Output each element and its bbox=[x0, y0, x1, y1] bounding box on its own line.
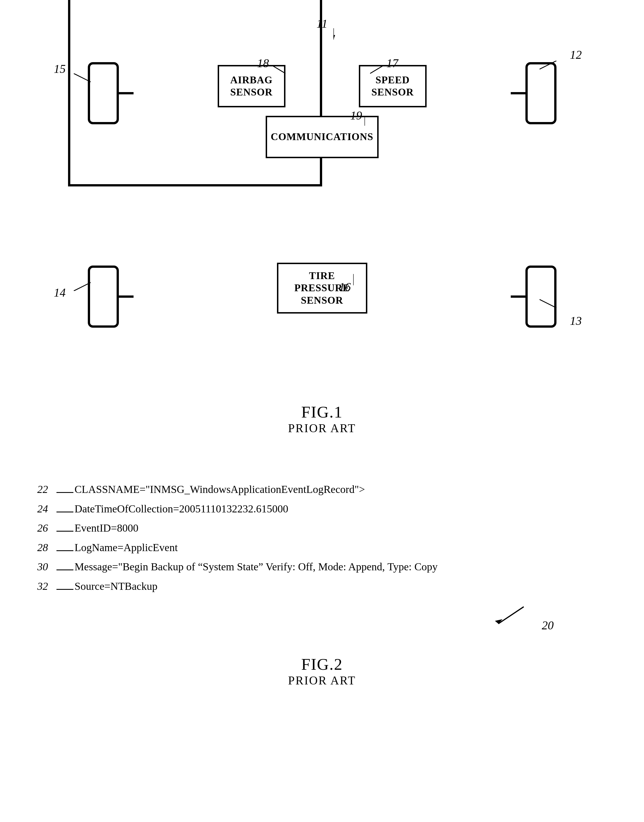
code-line-30: 30 Message="Begin Backup of “System Stat… bbox=[57, 558, 610, 576]
ref-12: 12 bbox=[570, 48, 582, 61]
ref14-arrow bbox=[74, 280, 96, 291]
code-line-28: 28 LogName=ApplicEvent bbox=[57, 538, 610, 557]
ref15-arrow bbox=[74, 74, 96, 85]
code-text-28: LogName=ApplicEvent bbox=[75, 538, 178, 557]
ref-32: 32 bbox=[20, 577, 48, 595]
ref-24: 24 bbox=[20, 500, 48, 518]
fig2-subtitle: PRIOR ART bbox=[34, 674, 610, 687]
ref19-arrow bbox=[365, 116, 382, 127]
code-line-26: 26 EventID=8000 bbox=[57, 519, 610, 537]
ref13-arrow bbox=[540, 297, 562, 308]
fig2-section: 22 CLASSNAME="INMSG_WindowsApplicationEv… bbox=[0, 452, 644, 791]
ref-30: 30 bbox=[20, 558, 48, 576]
code-block: 22 CLASSNAME="INMSG_WindowsApplicationEv… bbox=[34, 480, 610, 595]
connector-30 bbox=[57, 570, 74, 570]
connector-24 bbox=[57, 512, 74, 512]
svg-line-8 bbox=[74, 74, 90, 82]
wheel-bottom-left bbox=[88, 266, 119, 328]
ref-22: 22 bbox=[20, 480, 48, 499]
ref11-arrow bbox=[333, 28, 350, 42]
fig2-caption: FIG.2 PRIOR ART bbox=[34, 655, 610, 687]
tire-pressure-sensor-box: TIRE PRESSURE SENSOR bbox=[277, 263, 367, 313]
ref-11: 11 bbox=[316, 17, 328, 31]
fig1-subtitle: PRIOR ART bbox=[288, 421, 356, 435]
svg-line-5 bbox=[370, 65, 384, 74]
code-text-24: DateTimeOfCollection=20051110132232.6150… bbox=[75, 500, 288, 518]
ref-19: 19 bbox=[350, 109, 362, 122]
code-text-26: EventID=8000 bbox=[75, 519, 138, 537]
code-text-32: Source=NTBackup bbox=[75, 577, 158, 595]
svg-line-12 bbox=[498, 607, 524, 624]
connector-26 bbox=[57, 531, 74, 532]
fig1-caption: FIG.1 PRIOR ART bbox=[288, 403, 356, 435]
fig1-title: FIG.1 bbox=[288, 403, 356, 421]
svg-line-10 bbox=[74, 283, 90, 291]
airbag-sensor-label: AIRBAGSENSOR bbox=[230, 74, 273, 98]
ref-28: 28 bbox=[20, 538, 48, 557]
ref20-arrow bbox=[487, 601, 538, 629]
fig2-title: FIG.2 bbox=[34, 655, 610, 674]
ref-20: 20 bbox=[542, 619, 554, 632]
wheel-top-left bbox=[88, 62, 119, 124]
communications-label: COMMUNICATIONS bbox=[271, 131, 373, 143]
svg-line-4 bbox=[271, 65, 285, 74]
code-line-24: 24 DateTimeOfCollection=20051110132232.6… bbox=[57, 500, 610, 518]
connector-28 bbox=[57, 550, 74, 551]
ref18-arrow bbox=[271, 65, 288, 76]
ref-16: 16 bbox=[339, 280, 351, 294]
ref17-arrow bbox=[367, 65, 384, 76]
code-line-22: 22 CLASSNAME="INMSG_WindowsApplicationEv… bbox=[57, 480, 610, 499]
vehicle-body-wrapper: 11 AIRBAGSENSOR 18 SPEEDSENSOR 17 COMMUN… bbox=[195, 40, 449, 350]
ref12-arrow bbox=[540, 61, 562, 72]
ref20-container: 20 bbox=[34, 601, 610, 632]
ref-26: 26 bbox=[20, 519, 48, 537]
svg-line-11 bbox=[540, 300, 557, 308]
ref-17: 17 bbox=[386, 57, 399, 70]
svg-line-9 bbox=[540, 61, 557, 69]
ref16-arrow bbox=[353, 274, 370, 285]
connector-22 bbox=[57, 492, 74, 493]
ref-13: 13 bbox=[570, 314, 582, 328]
ref-15: 15 bbox=[54, 62, 66, 76]
ref-14: 14 bbox=[54, 286, 66, 300]
code-text-22: CLASSNAME="INMSG_WindowsApplicationEvent… bbox=[75, 480, 365, 499]
speed-sensor-label: SPEEDSENSOR bbox=[371, 74, 414, 98]
code-line-32: 32 Source=NTBackup bbox=[57, 577, 610, 595]
connector-32 bbox=[57, 589, 74, 590]
ref-18: 18 bbox=[257, 57, 269, 70]
code-text-30: Message="Begin Backup of “System State” … bbox=[75, 558, 438, 576]
fig1-section: 10 11 AIRBAGSENSOR 18 SPEEDSENSOR bbox=[0, 0, 644, 452]
